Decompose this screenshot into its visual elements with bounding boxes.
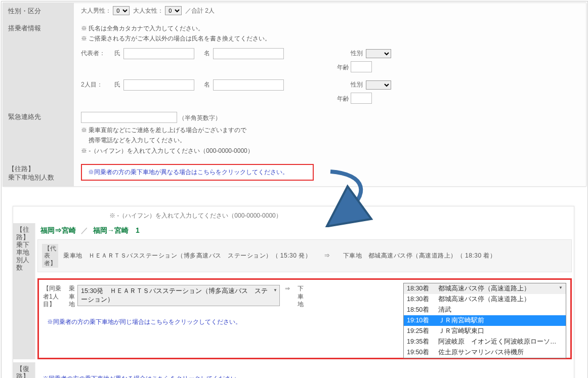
passenger-section-label: 搭乗者情報 — [3, 20, 74, 109]
route-line: 福岡⇒宮崎／福岡→宮崎 1 — [37, 223, 572, 239]
p2-sex-label: 性別 — [351, 80, 363, 89]
halfwidth-label: （半角英数字） — [179, 114, 221, 121]
emergency-input[interactable] — [81, 112, 177, 123]
passenger-note-1: ※ 氏名は全角カタカナで入力してください。 — [81, 23, 581, 33]
emergency-note-3: ※ -（ハイフン）を入れて入力してください（000-0000-0000） — [81, 146, 581, 156]
board-col-label: 乗車地 — [66, 285, 77, 309]
p2-lastname-input[interactable] — [123, 79, 194, 91]
p2-age-label: 年齢 — [337, 95, 349, 102]
rep-lastname-input[interactable] — [123, 48, 194, 59]
arrow-icon — [320, 166, 386, 227]
alighting-dropdown[interactable]: 18:30着都城高速バス停（高速道路上）18:30着都城高速バス停（高速道路上）… — [403, 283, 566, 358]
p2-firstname-input[interactable] — [213, 79, 284, 91]
companion-stops-box: 【同乗者1人目】 乗車地 15:30発 ＨＥＡＲＴＳバスステーション（博多高速バ… — [37, 278, 572, 359]
male-count-select[interactable]: 0 — [113, 6, 130, 15]
return-col-label: 【復路】乗下車地別人数 — [13, 362, 35, 378]
different-stop-link[interactable]: ※同乗者の方の乗下車地が異なる場合はこちらをクリックしてください。 — [81, 164, 314, 181]
rep-age-label: 年齢 — [337, 63, 349, 70]
rep-age-input[interactable] — [351, 61, 372, 72]
dropdown-option[interactable]: 18:30着都城高速バス停（高速道路上） — [404, 283, 566, 294]
rep-firstname-input[interactable] — [213, 48, 284, 59]
emergency-note-1: ※ 乗車直前などにご連絡を差し上げる場合がございますので — [81, 125, 581, 135]
emergency-note-2: 携帯電話などを入力してください。 — [81, 135, 581, 145]
male-label: 大人男性： — [81, 7, 111, 14]
dropdown-option[interactable]: 18:50着清武 — [404, 305, 566, 315]
dropdown-option[interactable]: 19:50着佐土原サンマリンバス待機所 — [404, 347, 566, 358]
p2-mei-label: 名 — [204, 80, 210, 89]
arrow-sep-icon: ⇒ — [285, 285, 290, 292]
representative-tag: 【代表者】 — [42, 244, 58, 268]
emergency-section-label: 緊急連絡先 — [3, 109, 74, 161]
hyphen-note-2: ※ -（ハイフン）を入れて入力してください（000-0000-0000） — [13, 206, 574, 223]
alight-col-label: 下車地 — [295, 285, 306, 309]
dropdown-option[interactable]: 19:10着ＪＲ南宮崎駅前 — [404, 315, 566, 326]
total-label: ／合計 2人 — [185, 7, 215, 14]
different-stop-link-2[interactable]: ※同乗者の方の乗下車地が異なる場合はこちらをクリックしてください。 — [35, 362, 574, 378]
route-section-label: 【往路】 乗下車地別人数 — [3, 161, 74, 186]
dropdown-option[interactable]: 19:35着阿波岐原 イオン近く阿波岐原ローソン横 — [404, 337, 566, 347]
companion-tag: 【同乗者1人目】 — [43, 285, 66, 309]
p2-sex-select[interactable] — [366, 80, 391, 90]
female-count-select[interactable]: 0 — [165, 6, 182, 15]
gender-section-label: 性別・区分 — [3, 3, 74, 20]
dropdown-option[interactable]: 19:25着ＪＲ宮崎駅東口 — [404, 326, 566, 337]
outbound-col-label: 【往路】乗下車地別人数 — [13, 223, 35, 359]
dropdown-option[interactable]: 18:30着都城高速バス停（高速道路上） — [404, 294, 566, 305]
rep-shi-label: 氏 — [114, 49, 120, 58]
rep-label: 代表者： — [81, 49, 111, 58]
rep-sex-label: 性別 — [351, 49, 363, 58]
rep-mei-label: 名 — [204, 49, 210, 58]
p2-age-input[interactable] — [351, 93, 372, 104]
representative-stops: 乗車地 ＨＥＡＲＴＳバスステーション（博多高速バス ステーション）（ 15:30… — [63, 251, 567, 260]
passenger-note-2: ※ ご搭乗される方がご本人以外の場合は氏名を書き換えてください。 — [81, 33, 581, 44]
p2-shi-label: 氏 — [114, 80, 120, 89]
female-label: 大人女性： — [133, 7, 163, 14]
rep-sex-select[interactable] — [366, 49, 391, 58]
p2-label: 2人目： — [81, 80, 111, 89]
boarding-select[interactable]: 15:30発 ＨＥＡＲＴＳバスステーション（博多高速バス ステーション） — [77, 285, 280, 306]
